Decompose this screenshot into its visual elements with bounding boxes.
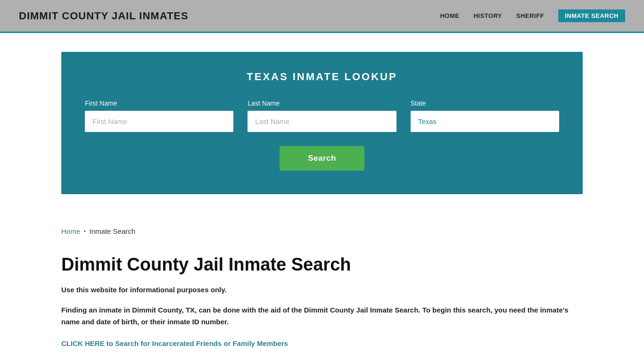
breadcrumb-separator: •	[84, 229, 86, 234]
state-group: State	[411, 99, 559, 132]
nav-history[interactable]: HISTORY	[473, 12, 502, 19]
nav-sheriff[interactable]: SHERIFF	[516, 12, 544, 19]
cta-link[interactable]: CLICK HERE to Search for Incarcerated Fr…	[61, 339, 288, 347]
breadcrumb-home-link[interactable]: Home	[61, 227, 80, 235]
search-panel-title: TEXAS INMATE LOOKUP	[85, 71, 559, 83]
first-name-input[interactable]	[85, 111, 233, 132]
search-fields: First Name Last Name State	[85, 99, 559, 132]
first-name-group: First Name	[85, 99, 233, 132]
first-name-label: First Name	[85, 99, 233, 107]
breadcrumb-current: Inmate Search	[90, 227, 136, 235]
nav-inmate-search[interactable]: INMATE SEARCH	[558, 9, 625, 22]
state-label: State	[411, 99, 559, 107]
nav-home[interactable]: HOME	[440, 12, 459, 19]
search-btn-row: Search	[85, 146, 559, 171]
search-button[interactable]: Search	[280, 146, 364, 171]
last-name-group: Last Name	[248, 99, 396, 132]
main-nav: HOME HISTORY SHERIFF INMATE SEARCH	[440, 9, 625, 22]
last-name-label: Last Name	[248, 99, 396, 107]
page-desc-long: Finding an inmate in Dimmit County, TX, …	[61, 304, 583, 328]
state-input[interactable]	[411, 111, 559, 132]
main-content: Home • Inmate Search Dimmit County Jail …	[0, 213, 644, 362]
search-panel: TEXAS INMATE LOOKUP First Name Last Name…	[61, 52, 583, 194]
page-title: Dimmit County Jail Inmate Search	[61, 254, 583, 276]
site-header: DIMMIT COUNTY JAIL INMATES HOME HISTORY …	[0, 0, 644, 33]
page-desc-short: Use this website for informational purpo…	[61, 284, 583, 296]
breadcrumb: Home • Inmate Search	[61, 227, 583, 235]
site-title: DIMMIT COUNTY JAIL INMATES	[19, 10, 189, 22]
last-name-input[interactable]	[248, 111, 396, 132]
